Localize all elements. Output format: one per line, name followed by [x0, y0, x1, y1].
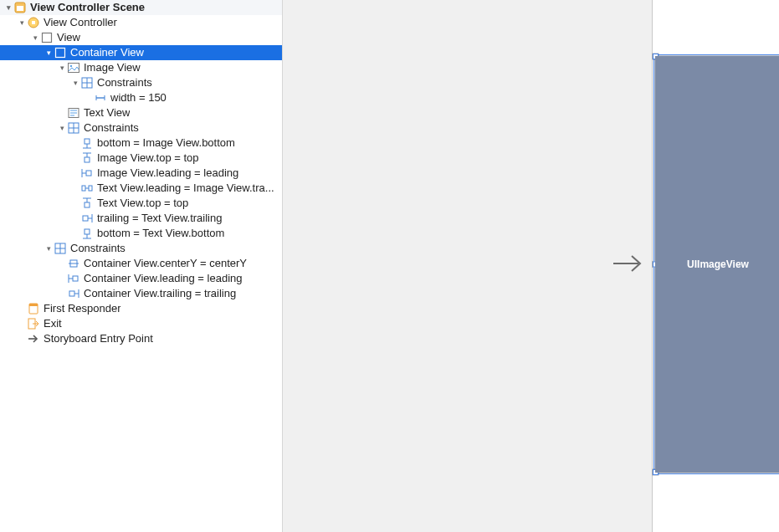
device-frame[interactable]: UIImageView Lorem ipsum dolor sit er eli…: [653, 0, 779, 532]
disclosure-triangle-open-icon[interactable]: ▾: [30, 30, 40, 45]
outline-row[interactable]: ▾Container View: [0, 45, 282, 60]
outline-row-label: First Responder: [44, 301, 120, 316]
view-icon: [54, 46, 67, 59]
outline-row-label: View: [57, 30, 80, 45]
svg-rect-24: [85, 157, 90, 162]
svg-rect-1: [17, 6, 23, 11]
outline-row[interactable]: ▸Image View.top = top: [0, 151, 282, 166]
constraint-r-icon: [80, 212, 94, 225]
firstresponder-icon: [27, 302, 40, 315]
outline-row-label: Image View: [84, 60, 141, 75]
outline-row[interactable]: ▸Text View.top = top: [0, 196, 282, 211]
outline-row[interactable]: ▾View Controller: [0, 15, 282, 30]
svg-rect-3: [32, 21, 35, 24]
svg-rect-36: [83, 216, 88, 221]
outline-row-label: Storyboard Entry Point: [44, 331, 153, 346]
outline-row-label: Text View.top = top: [97, 196, 188, 211]
svg-rect-27: [86, 171, 91, 176]
outline-row[interactable]: ▸width = 150: [0, 90, 282, 105]
outline-row-label: Exit: [44, 316, 62, 331]
svg-rect-54: [29, 304, 38, 306]
interface-builder-canvas[interactable]: UIImageView Lorem ipsum dolor sit er eli…: [283, 0, 779, 532]
scene-icon: [13, 1, 27, 14]
outline-row[interactable]: ▸First Responder: [0, 301, 282, 316]
entrypoint-icon: [27, 332, 40, 345]
outline-row[interactable]: ▾View: [0, 30, 282, 45]
outline-row-label: Text View: [84, 105, 130, 120]
container-view[interactable]: UIImageView Lorem ipsum dolor sit er eli…: [654, 55, 779, 473]
svg-rect-50: [69, 291, 74, 296]
disclosure-triangle-open-icon[interactable]: ▾: [3, 0, 13, 15]
outline-row[interactable]: ▸Text View.leading = Image View.tra...: [0, 181, 282, 196]
svg-rect-5: [56, 49, 65, 58]
svg-rect-30: [82, 186, 85, 191]
outline-row[interactable]: ▾Image View: [0, 60, 282, 75]
constraint-cy-icon: [67, 257, 80, 270]
outline-row[interactable]: ▸bottom = Text View.bottom: [0, 226, 282, 241]
svg-rect-39: [85, 229, 90, 234]
disclosure-triangle-open-icon[interactable]: ▾: [44, 45, 54, 60]
disclosure-triangle-open-icon[interactable]: ▾: [44, 241, 54, 256]
outline-row[interactable]: ▸Container View.trailing = trailing: [0, 286, 282, 301]
outline-row-label: Text View.leading = Image View.tra...: [97, 181, 274, 196]
outline-row[interactable]: ▸Exit: [0, 316, 282, 331]
image-view-placeholder-label: UIImageView: [687, 258, 749, 270]
imageview-icon: [67, 61, 80, 74]
disclosure-triangle-open-icon[interactable]: ▾: [17, 15, 27, 30]
constraint-t-icon: [80, 197, 94, 210]
outline-row[interactable]: ▸trailing = Text View.trailing: [0, 211, 282, 226]
disclosure-triangle-open-icon[interactable]: ▾: [57, 120, 67, 136]
outline-row-label: View Controller Scene: [30, 0, 145, 15]
svg-rect-4: [43, 33, 52, 43]
constraint-group-icon: [67, 121, 80, 135]
outline-row-label: bottom = Image View.bottom: [97, 136, 235, 151]
svg-point-7: [70, 65, 72, 67]
outline-row-label: trailing = Text View.trailing: [97, 211, 222, 226]
outline-row-label: Container View.trailing = trailing: [84, 286, 236, 301]
document-outline[interactable]: ▾View Controller Scene▾View Controller▾V…: [0, 0, 283, 532]
outline-row-label: View Controller: [44, 15, 117, 30]
constraint-r-icon: [67, 287, 80, 300]
constraint-b-icon: [80, 136, 94, 150]
outline-row-label: Constraints: [84, 120, 139, 136]
constraint-l-icon: [80, 166, 94, 180]
outline-row-label: width = 150: [110, 90, 167, 105]
svg-rect-21: [85, 139, 90, 144]
outline-row-label: Constraints: [97, 75, 152, 90]
disclosure-triangle-open-icon[interactable]: ▾: [70, 75, 80, 90]
outline-row-label: Container View.centerY = centerY: [84, 256, 247, 271]
svg-rect-33: [85, 202, 90, 207]
constraint-h-icon: [80, 182, 94, 195]
outline-row-label: Image View.top = top: [97, 151, 199, 166]
constraint-group-icon: [54, 242, 67, 255]
constraint-group-icon: [80, 76, 94, 90]
outline-row[interactable]: ▸bottom = Image View.bottom: [0, 136, 282, 151]
storyboard-entry-arrow: [613, 251, 645, 276]
outline-row[interactable]: ▸Text View: [0, 105, 282, 120]
constraint-b-icon: [80, 227, 94, 240]
outline-row[interactable]: ▾Constraints: [0, 241, 282, 256]
outline-row-label: Image View.leading = leading: [97, 166, 238, 181]
outline-row[interactable]: ▸Image View.leading = leading: [0, 166, 282, 181]
constraint-w-icon: [94, 91, 107, 105]
svg-rect-31: [89, 186, 92, 191]
outline-row-label: Container View.leading = leading: [84, 271, 242, 286]
image-view[interactable]: UIImageView: [655, 56, 779, 473]
outline-row-label: Constraints: [70, 241, 126, 256]
viewcontroller-icon: [27, 16, 40, 29]
exit-icon: [27, 317, 40, 330]
constraint-l-icon: [67, 272, 80, 285]
constraint-t-icon: [80, 151, 94, 165]
outline-row[interactable]: ▾View Controller Scene: [0, 0, 282, 15]
outline-row[interactable]: ▸Container View.leading = leading: [0, 271, 282, 286]
outline-row-label: Container View: [70, 45, 144, 60]
outline-row[interactable]: ▸Storyboard Entry Point: [0, 331, 282, 346]
outline-row-label: bottom = Text View.bottom: [97, 226, 224, 241]
outline-row[interactable]: ▾Constraints: [0, 120, 282, 136]
svg-rect-47: [73, 276, 78, 281]
view-icon: [40, 31, 54, 44]
textview-icon: [67, 106, 80, 120]
outline-row[interactable]: ▸Container View.centerY = centerY: [0, 256, 282, 271]
disclosure-triangle-open-icon[interactable]: ▾: [57, 60, 67, 75]
outline-row[interactable]: ▾Constraints: [0, 75, 282, 90]
